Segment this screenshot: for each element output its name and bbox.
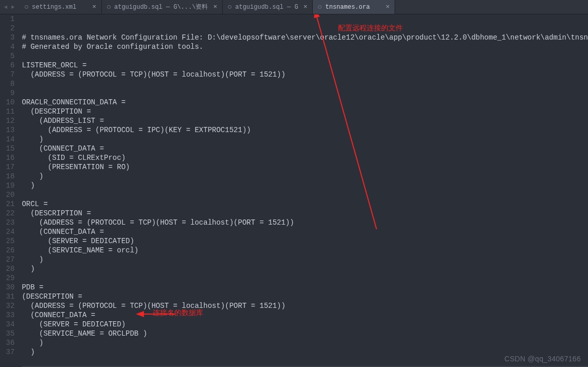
tab-tnsnames-ora[interactable]: tnsnames.ora × bbox=[313, 0, 395, 14]
line-number: 29 bbox=[0, 273, 14, 283]
line-number: 14 bbox=[0, 135, 14, 144]
line-number: 36 bbox=[0, 338, 14, 347]
code-line[interactable]: LISTENER_ORCL = bbox=[22, 61, 588, 70]
code-line[interactable]: (ADDRESS = (PROTOCOL = TCP)(HOST = local… bbox=[22, 301, 588, 310]
nav-back-icon[interactable]: ◄ bbox=[2, 4, 9, 10]
line-number: 12 bbox=[0, 116, 14, 125]
tab-label: tnsnames.ora bbox=[325, 4, 380, 11]
line-number: 1 bbox=[0, 14, 14, 24]
code-line[interactable] bbox=[22, 51, 588, 61]
line-number: 25 bbox=[0, 236, 14, 246]
code-line[interactable]: ) bbox=[22, 347, 588, 357]
line-number: 3 bbox=[0, 33, 14, 42]
code-line[interactable]: ) bbox=[22, 264, 588, 273]
code-line[interactable] bbox=[22, 357, 588, 366]
line-number: 24 bbox=[0, 227, 14, 236]
line-number: 4 bbox=[0, 42, 14, 51]
tab-dot-icon bbox=[228, 5, 231, 9]
code-line[interactable]: (DESCRIPTION = bbox=[22, 107, 588, 116]
code-line[interactable]: ORACLR_CONNECTION_DATA = bbox=[22, 98, 588, 107]
line-number: 2 bbox=[0, 24, 14, 33]
code-line[interactable]: (CONNECT_DATA = bbox=[22, 144, 588, 153]
line-number: 19 bbox=[0, 181, 14, 190]
code-line[interactable]: (ADDRESS = (PROTOCOL = TCP)(HOST = local… bbox=[22, 70, 588, 79]
code-line[interactable]: ) bbox=[22, 255, 588, 264]
code-line[interactable] bbox=[22, 190, 588, 199]
line-number: 28 bbox=[0, 264, 14, 273]
line-number: 26 bbox=[0, 246, 14, 255]
code-line[interactable]: ) bbox=[22, 181, 588, 190]
line-number: 8 bbox=[0, 79, 14, 88]
line-number-gutter: 1234567891011121314151617181920212223242… bbox=[0, 14, 22, 367]
code-line[interactable]: (ADDRESS = (PROTOCOL = IPC)(KEY = EXTPRO… bbox=[22, 125, 588, 135]
line-number: 7 bbox=[0, 70, 14, 79]
watermark: CSDN @qq_34067166 bbox=[504, 355, 581, 363]
line-number: 30 bbox=[0, 283, 14, 292]
code-line[interactable] bbox=[22, 273, 588, 283]
code-line[interactable]: (DESCRIPTION = bbox=[22, 292, 588, 301]
code-line[interactable]: (CONNECT_DATA = bbox=[22, 227, 588, 236]
tab-label: atguigudb.sql — G bbox=[235, 4, 298, 11]
tab-dot-icon bbox=[318, 5, 322, 9]
tab-settings-xml[interactable]: settings.xml × bbox=[20, 0, 102, 14]
code-line[interactable] bbox=[22, 79, 588, 88]
line-number: 17 bbox=[0, 162, 14, 172]
close-icon[interactable]: × bbox=[386, 4, 390, 10]
editor-area[interactable]: 1234567891011121314151617181920212223242… bbox=[0, 14, 588, 367]
tab-atguigudb2[interactable]: atguigudb.sql — G × bbox=[223, 0, 313, 14]
line-number: 16 bbox=[0, 153, 14, 162]
line-number: 11 bbox=[0, 107, 14, 116]
close-icon[interactable]: × bbox=[304, 4, 308, 10]
code-view[interactable]: # tnsnames.ora Network Configuration Fil… bbox=[22, 14, 588, 367]
code-line[interactable]: (DESCRIPTION = bbox=[22, 209, 588, 218]
tab-bar: ◄ ► settings.xml × atguigudb.sql — G\...… bbox=[0, 0, 588, 14]
line-number: 6 bbox=[0, 61, 14, 70]
line-number: 10 bbox=[0, 98, 14, 107]
code-line[interactable]: # Generated by Oracle configuration tool… bbox=[22, 42, 588, 51]
line-number: 33 bbox=[0, 310, 14, 320]
code-line[interactable]: PDB = bbox=[22, 283, 588, 292]
code-line[interactable]: (ADDRESS_LIST = bbox=[22, 116, 588, 125]
line-number: 5 bbox=[0, 51, 14, 61]
line-number: 22 bbox=[0, 209, 14, 218]
code-line[interactable]: (CONNECT_DATA = bbox=[22, 310, 588, 320]
tab-atguigudb1[interactable]: atguigudb.sql — G\...\资料 × bbox=[102, 0, 223, 14]
line-number: 23 bbox=[0, 218, 14, 227]
line-number: 18 bbox=[0, 172, 14, 181]
code-line[interactable]: (SERVER = DEDICATED) bbox=[22, 320, 588, 329]
line-number: 20 bbox=[0, 190, 14, 199]
line-number: 32 bbox=[0, 301, 14, 310]
tab-dot-icon bbox=[107, 5, 111, 9]
line-number: 31 bbox=[0, 292, 14, 301]
code-line[interactable]: (SERVER = DEDICATED) bbox=[22, 236, 588, 246]
code-line[interactable]: (ADDRESS = (PROTOCOL = TCP)(HOST = local… bbox=[22, 218, 588, 227]
code-line[interactable]: # tnsnames.ora Network Configuration Fil… bbox=[22, 33, 588, 42]
line-number: 21 bbox=[0, 199, 14, 209]
close-icon[interactable]: × bbox=[213, 4, 217, 10]
annotation-top: 配置远程连接的文件 bbox=[338, 23, 403, 32]
line-number: 9 bbox=[0, 88, 14, 98]
code-line[interactable]: ) bbox=[22, 338, 588, 347]
code-line[interactable]: ) bbox=[22, 172, 588, 181]
annotation-bottom: 连接名的数据库 bbox=[153, 308, 203, 317]
line-number: 35 bbox=[0, 329, 14, 338]
nav-buttons: ◄ ► bbox=[0, 0, 20, 14]
code-line[interactable] bbox=[22, 88, 588, 98]
tab-dot-icon bbox=[25, 5, 28, 9]
code-line[interactable]: (SID = CLRExtProc) bbox=[22, 153, 588, 162]
tab-label: settings.xml bbox=[32, 4, 87, 11]
line-number: 27 bbox=[0, 255, 14, 264]
line-number: 37 bbox=[0, 347, 14, 357]
code-line[interactable]: ORCL = bbox=[22, 199, 588, 209]
nav-forward-icon[interactable]: ► bbox=[9, 4, 16, 10]
tab-label: atguigudb.sql — G\...\资料 bbox=[114, 3, 208, 11]
code-line[interactable]: ) bbox=[22, 135, 588, 144]
code-line[interactable]: (SERVICE_NAME = ORCLPDB ) bbox=[22, 329, 588, 338]
line-number: 34 bbox=[0, 320, 14, 329]
code-line[interactable]: (SERVICE_NAME = orcl) bbox=[22, 246, 588, 255]
code-line[interactable]: (PRESENTATION = RO) bbox=[22, 162, 588, 172]
close-icon[interactable]: × bbox=[92, 4, 96, 10]
line-number: 15 bbox=[0, 144, 14, 153]
line-number: 13 bbox=[0, 125, 14, 135]
